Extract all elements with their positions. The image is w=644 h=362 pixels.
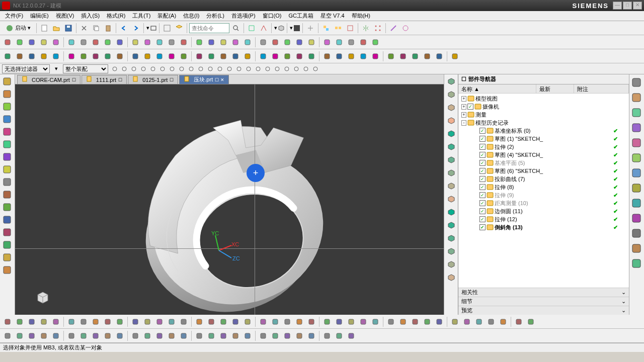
view-tool-1[interactable] [445,88,457,101]
view-tool-8[interactable] [445,180,457,192]
bottom2-btn-15[interactable] [194,330,205,341]
snap-btn-17[interactable] [273,64,282,73]
bottom2-btn-23[interactable] [294,330,305,341]
tree-row-0[interactable]: +模型视图 [459,95,628,103]
feature-btn-26[interactable] [334,51,345,62]
bottom2-btn-9[interactable] [114,330,125,341]
view-tool-11[interactable] [445,219,457,231]
bottom1-btn-6[interactable] [78,316,89,327]
view-tool-5[interactable] [445,141,457,153]
sketch-btn-20[interactable] [258,37,269,48]
sketch-btn-29[interactable] [370,37,381,48]
sketch-btn-25[interactable] [321,37,333,48]
bottom1-btn-15[interactable] [194,316,205,327]
sketch-btn-27[interactable] [346,37,357,48]
tool-b-button[interactable] [400,23,411,34]
col-name[interactable]: 名称 ▲ [458,84,536,93]
snap-btn-8[interactable] [187,64,196,73]
bottom2-btn-5[interactable] [66,330,77,341]
close-button[interactable]: ✕ [633,2,642,10]
bottom1-btn-8[interactable] [102,316,113,327]
bottom1-btn-36[interactable] [461,316,472,327]
feature-btn-21[interactable] [270,51,281,62]
bottom2-btn-19[interactable] [242,330,253,341]
view-tool-13[interactable] [445,245,457,257]
bottom2-btn-26[interactable] [334,330,345,341]
snap-btn-10[interactable] [206,64,215,73]
shade-button[interactable]: ▾ [289,23,300,34]
feature-btn-5[interactable] [66,51,77,62]
sketch-btn-2[interactable] [26,37,37,48]
feature-btn-3[interactable] [38,51,49,62]
left-tool-2[interactable] [1,101,13,113]
view-tool-4[interactable] [445,128,457,140]
tree-row-3[interactable]: -模型历史记录 [459,119,628,127]
bottom1-btn-41[interactable] [525,316,536,327]
section-preview[interactable]: 预览⌄ [458,306,629,315]
bottom2-btn-3[interactable] [38,330,49,341]
expand-icon[interactable]: + [461,96,466,102]
redo-button[interactable] [130,23,141,34]
bottom1-btn-11[interactable] [142,316,153,327]
doc-tab-0[interactable]: CORE-CAM.prt☐ [17,75,80,84]
model-viewport[interactable]: XC YC ZC [15,84,444,315]
sketch-btn-17[interactable] [218,37,229,48]
bottom2-btn-14[interactable] [178,330,189,341]
bottom1-btn-29[interactable] [370,316,381,327]
resource-tab-9[interactable] [630,212,642,224]
sketch-btn-23[interactable] [294,37,305,48]
doc-tab-3[interactable]: 压块.prt☐ ✕ [179,75,228,84]
snap-btn-15[interactable] [254,64,263,73]
expand-icon[interactable]: + [461,112,466,118]
resource-tab-3[interactable] [630,122,642,134]
menu-E[interactable]: 编辑(E) [27,11,52,21]
snap-btn-6[interactable] [168,64,177,73]
feature-btn-30[interactable] [385,51,396,62]
menu-L[interactable]: 分析(L) [203,11,227,21]
tab-close-icon[interactable]: ☐ [72,77,76,82]
doc-tab-1[interactable]: 1111.prt☐ [82,75,127,84]
bottom1-btn-2[interactable] [26,316,37,327]
view-tool-10[interactable] [445,206,457,218]
feature-btn-18[interactable] [230,51,241,62]
feature-btn-13[interactable] [166,51,177,62]
snap-btn-19[interactable] [292,64,301,73]
menu-I[interactable]: 信息(I) [180,11,202,21]
left-tool-13[interactable] [1,239,13,251]
sketch-btn-1[interactable] [14,37,25,48]
tree-row-6[interactable]: ✓拉伸 (2)✔ [459,143,628,151]
menu-O[interactable]: 窗口(O) [260,11,285,21]
resource-tab-4[interactable] [630,137,642,149]
menu-T[interactable]: 工具(T) [129,11,153,21]
visibility-checkbox[interactable]: ✓ [479,136,486,142]
tree-row-5[interactable]: ✓草图 (1) "SKETCH_✔ [459,135,628,143]
bottom2-btn-2[interactable] [26,330,37,341]
visibility-checkbox[interactable]: ✓ [479,192,486,198]
left-tool-14[interactable] [1,251,13,263]
resource-tab-6[interactable] [630,167,642,179]
left-tool-8[interactable] [1,176,13,188]
undo-button[interactable] [118,23,129,34]
feature-btn-20[interactable] [258,51,269,62]
tree-row-8[interactable]: ✓基准平面 (5)✔ [459,159,628,167]
feature-btn-35[interactable] [449,51,460,62]
feature-btn-29[interactable] [370,51,381,62]
menu-GC[interactable]: GC工具箱 [285,11,316,21]
menu-S[interactable]: 插入(S) [78,11,103,21]
bottom1-btn-10[interactable] [130,316,141,327]
bottom2-btn-16[interactable] [206,330,217,341]
menu-H[interactable]: 帮助(H) [349,11,373,21]
resource-tab-1[interactable] [630,92,642,104]
feature-btn-15[interactable] [194,51,205,62]
assembly3-button[interactable] [345,23,356,34]
left-tool-12[interactable] [1,226,13,238]
feature-btn-8[interactable] [102,51,113,62]
feature-btn-14[interactable] [178,51,189,62]
tab-close-icon[interactable]: ☐ [118,77,122,82]
tree-row-10[interactable]: ✓投影曲线 (7)✔ [459,175,628,183]
bottom2-btn-0[interactable] [2,330,13,341]
bottom2-btn-11[interactable] [142,330,153,341]
sketch-btn-6[interactable] [78,37,89,48]
left-tool-9[interactable] [1,189,13,201]
layer-button[interactable] [174,23,185,34]
